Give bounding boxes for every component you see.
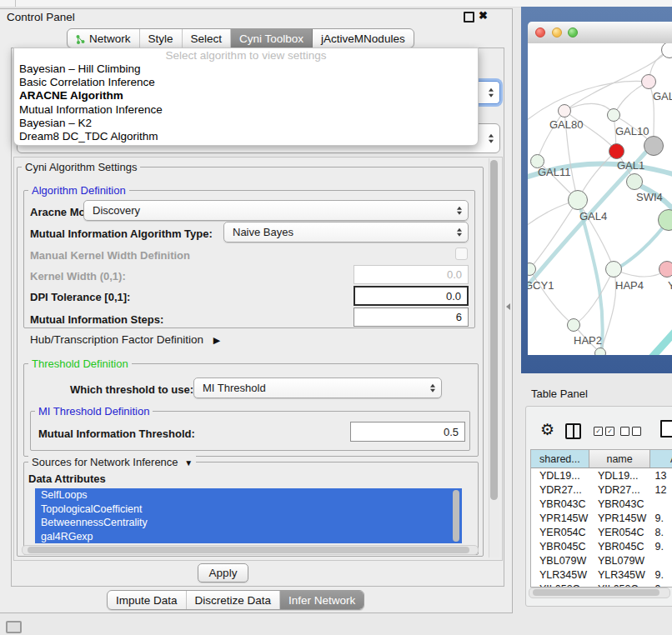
kernel-width-label: Kernel Width (0,1):	[30, 270, 126, 282]
tab-impute-data-label: Impute Data	[116, 594, 178, 607]
attributes-scrollbar-thumb[interactable]	[453, 490, 459, 542]
tab-impute-data[interactable]: Impute Data	[108, 591, 187, 609]
table-row[interactable]: YBL079WYBL079W	[531, 553, 672, 568]
network-node[interactable]	[661, 43, 672, 58]
export-table-icon[interactable]	[660, 420, 672, 438]
sources-group-title[interactable]: Sources for Network Inference ▼	[28, 456, 196, 468]
table-column-header[interactable]: name	[589, 450, 651, 468]
show-columns-icon[interactable]	[565, 423, 581, 439]
which-threshold-label: Which threshold to use:	[70, 383, 193, 396]
table-column-header[interactable]: shared...	[531, 450, 589, 468]
network-node[interactable]	[659, 261, 672, 278]
collapsed-arrow-icon: ▶	[213, 335, 220, 345]
network-node-label: GAL	[653, 90, 672, 102]
table-cell: 12	[651, 482, 672, 497]
data-attributes-list[interactable]: SelfLoopsTopologicalCoefficientBetweenne…	[35, 488, 462, 543]
table-cell: YER054C	[589, 525, 651, 539]
algorithm-option[interactable]: Mutual Information Inference	[14, 103, 478, 117]
minimize-traffic-light-icon[interactable]	[552, 28, 562, 38]
table-cell: YDL19...	[531, 468, 589, 482]
combo-spinner-icon	[430, 383, 435, 392]
algorithm-option[interactable]: ARACNE Algorithm	[14, 89, 478, 102]
table-scrollbar-thumb[interactable]	[533, 589, 659, 596]
mi-threshold-field[interactable]: 0.5	[350, 422, 465, 442]
algorithm-definition-title: Algorithm Definition	[28, 184, 129, 197]
table-cell: YBR045C	[589, 539, 651, 553]
table-row[interactable]: YPR145WYPR145W9.	[531, 511, 672, 525]
table-row[interactable]: YDR27...YDR27...12	[531, 482, 672, 497]
tab-network[interactable]: Network	[68, 29, 140, 48]
splitter-collapse-icon[interactable]	[506, 303, 510, 310]
table-row[interactable]: YLR345WYLR345W9.	[531, 568, 672, 582]
network-node[interactable]	[528, 262, 536, 276]
network-node[interactable]	[558, 104, 571, 118]
select-all-columns-icon[interactable]: ✓ ✓	[594, 427, 614, 436]
tab-style[interactable]: Style	[140, 29, 183, 48]
node-table[interactable]: shared...nameA YDL19...YDL19...13YDR27..…	[530, 449, 672, 588]
table-row[interactable]: YDL19...YDL19...13	[531, 468, 672, 482]
aracne-mode-value: Discovery	[93, 204, 140, 217]
table-row[interactable]: YER054CYER054C8.	[531, 525, 672, 539]
network-canvas[interactable]: GALGAL80GAL10GAL1GAL11SWI4GAL4GCY1HAP4YH…	[528, 43, 672, 355]
data-attribute-item[interactable]: BetweennessCentrality	[35, 516, 462, 530]
network-node[interactable]	[609, 143, 624, 159]
network-node[interactable]	[641, 74, 656, 89]
tab-infer-network-label: Infer Network	[288, 594, 355, 607]
tab-discretize-data[interactable]: Discretize Data	[187, 591, 281, 609]
algorithm-popup-prompt: Select algorithm to view settings	[14, 48, 478, 62]
algorithm-option[interactable]: Basic Correlation Inference	[14, 76, 478, 89]
manual-kernel-checkbox[interactable]	[455, 248, 468, 260]
tab-cyni-toolbox[interactable]: Cyni Toolbox	[231, 29, 313, 48]
network-node[interactable]	[567, 318, 580, 332]
table-row[interactable]: YIL052CYIL052C9	[531, 582, 672, 588]
network-node[interactable]	[594, 348, 606, 355]
network-window-titlebar[interactable]	[528, 22, 672, 44]
algorithm-option[interactable]: Dream8 DC_TDC Algorithm	[14, 130, 478, 143]
table-horizontal-scrollbar[interactable]	[529, 588, 670, 598]
horizontal-scrollbar-thumb[interactable]	[28, 547, 469, 553]
data-attribute-item[interactable]: gal4RGexp	[35, 530, 462, 544]
network-node[interactable]	[644, 136, 664, 156]
table-row[interactable]: YBR045CYBR045C9.	[531, 539, 672, 553]
algorithm-option[interactable]: Bayesian – Hill Climbing	[14, 62, 478, 76]
tab-infer-network[interactable]: Infer Network	[280, 591, 364, 609]
network-view-window[interactable]: GALGAL80GAL10GAL1GAL11SWI4GAL4GCY1HAP4YH…	[521, 7, 672, 373]
table-cell: YLR345W	[531, 568, 589, 582]
kernel-width-field[interactable]: 0.0	[354, 265, 469, 284]
deselect-all-columns-icon[interactable]	[620, 427, 641, 436]
table-cell: YDL19...	[589, 468, 651, 482]
unchecked-box-icon	[620, 427, 629, 436]
network-node[interactable]	[658, 209, 672, 231]
close-panel-icon[interactable]: ✖	[479, 9, 488, 22]
network-node[interactable]	[568, 190, 588, 210]
zoom-traffic-light-icon[interactable]	[568, 28, 578, 38]
network-node-label: HAP2	[574, 334, 602, 347]
settings-scrollbar-thumb[interactable]	[490, 160, 498, 500]
dock-panel-icon[interactable]	[6, 621, 22, 633]
data-attribute-item[interactable]: SelfLoops	[35, 488, 462, 502]
table-cell: YER054C	[531, 525, 589, 539]
algorithm-option[interactable]: Bayesian – K2	[14, 117, 478, 130]
control-panel-tabbar: Network Style Select Cyni Toolbox jActiv…	[67, 28, 414, 48]
tab-jactivemnodules[interactable]: jActiveMNodules	[313, 29, 414, 48]
float-window-icon[interactable]	[464, 12, 474, 22]
sources-horizontal-scrollbar[interactable]	[22, 545, 479, 555]
table-column-header[interactable]: A	[650, 450, 672, 468]
network-node[interactable]	[626, 173, 643, 190]
cyni-bottom-tabbar: Impute Data Discretize Data Infer Networ…	[107, 590, 364, 610]
hub-definition-toggle[interactable]: Hub/Transcription Factor Definition ▶	[30, 333, 220, 346]
dpi-tolerance-field[interactable]: 0.0	[354, 286, 469, 306]
tab-select[interactable]: Select	[183, 29, 232, 48]
gear-icon[interactable]: ⚙	[540, 420, 554, 439]
table-row[interactable]: YBR043CYBR043C	[531, 497, 672, 511]
network-icon	[76, 34, 85, 43]
aracne-mode-combo[interactable]: Discovery	[83, 200, 469, 221]
mi-steps-field[interactable]: 6	[354, 308, 469, 327]
data-attribute-item[interactable]: TopologicalCoefficient	[35, 502, 462, 517]
which-threshold-combo[interactable]: MI Threshold	[193, 378, 442, 398]
network-node[interactable]	[607, 108, 620, 122]
apply-button[interactable]: Apply	[198, 563, 248, 582]
network-node[interactable]	[605, 261, 622, 278]
mi-type-combo[interactable]: Naive Bayes	[223, 222, 469, 242]
close-traffic-light-icon[interactable]	[535, 28, 545, 38]
